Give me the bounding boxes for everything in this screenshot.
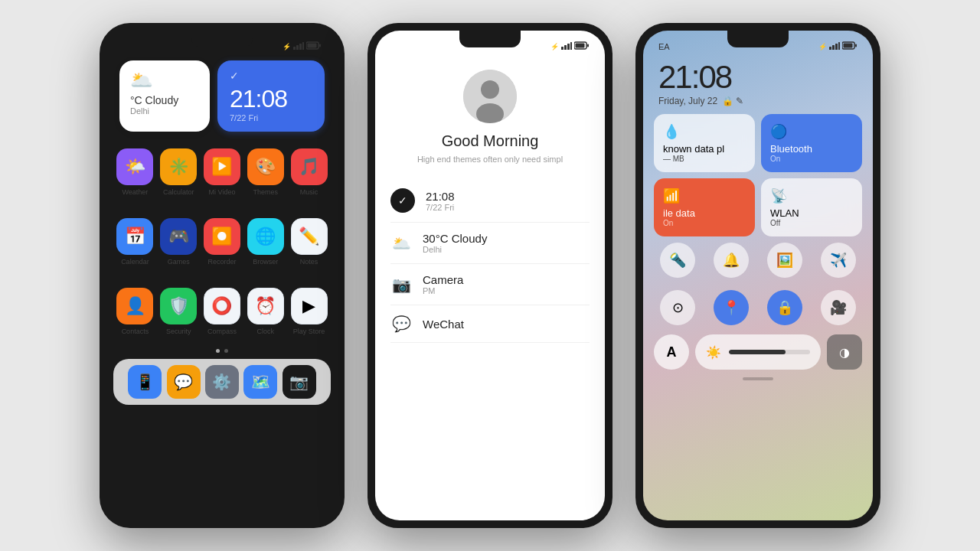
status-icons: ⚡ bbox=[283, 41, 322, 51]
app-browser-icon: 🌐 bbox=[247, 218, 284, 255]
cc-btn-lock[interactable]: 🔒 bbox=[767, 290, 802, 325]
app-compass[interactable]: ⭕ Compass bbox=[202, 283, 243, 341]
app-clock-icon: ⏰ bbox=[247, 288, 284, 324]
app-notes-label: Notes bbox=[300, 258, 318, 266]
svg-rect-23 bbox=[855, 44, 857, 47]
cc-tile-wlan[interactable]: 📡 WLAN Off bbox=[761, 178, 862, 236]
gm-item-clock[interactable]: ✓ 21:08 7/22 Fri bbox=[390, 179, 590, 223]
svg-rect-7 bbox=[561, 47, 564, 50]
app-playstore-label: Play Store bbox=[293, 328, 325, 336]
signal-icon-2 bbox=[561, 42, 572, 51]
gm-item-weather-info: 30°C Cloudy Delhi bbox=[423, 232, 590, 254]
cc-bluetooth-sub: On bbox=[770, 155, 853, 163]
dock: 📱 💬 ⚙️ 🗺️ 📷 bbox=[113, 359, 331, 405]
app-browser[interactable]: 🌐 Browser bbox=[245, 214, 286, 271]
cc-bluetooth-icon: 🔵 bbox=[770, 123, 853, 140]
app-clock[interactable]: ⏰ Clock bbox=[245, 283, 286, 341]
app-browser-label: Browser bbox=[253, 258, 278, 266]
app-compass-icon: ⭕ bbox=[204, 288, 240, 324]
app-recorder[interactable]: ⏺️ Recorder bbox=[202, 214, 243, 271]
dock-settings[interactable]: ⚙️ bbox=[205, 365, 239, 399]
clock-widget-time: 21:08 bbox=[230, 85, 287, 113]
gm-item-weather[interactable]: 🌥️ 30°C Cloudy Delhi bbox=[390, 223, 590, 264]
dot-1 bbox=[216, 349, 220, 353]
app-calculator[interactable]: ✳️ Calculator bbox=[158, 144, 199, 201]
svg-rect-6 bbox=[319, 44, 321, 47]
app-playstore[interactable]: ▶ Play Store bbox=[289, 283, 329, 341]
clock-widget[interactable]: ✓ 21:08 7/22 Fri bbox=[217, 60, 325, 132]
home-indicator bbox=[743, 377, 773, 380]
app-security[interactable]: 🛡️ Security bbox=[158, 283, 199, 341]
dock-chat[interactable]: 💬 bbox=[167, 365, 201, 399]
cc-data-icon: 💧 bbox=[663, 123, 746, 140]
svg-rect-8 bbox=[564, 45, 567, 50]
cc-btn-location[interactable]: 📍 bbox=[714, 290, 749, 325]
gm-item-clock-info: 21:08 7/22 Fri bbox=[426, 190, 590, 212]
weather-widget[interactable]: 🌥️ °C Cloudy Delhi bbox=[119, 60, 210, 132]
gm-item-wechat[interactable]: 💬 WeChat bbox=[390, 305, 590, 343]
app-grid-row1: 🌤️ Weather ✳️ Calculator ▶️ Mi Video 🎨 T… bbox=[107, 138, 337, 207]
phone-1-notch bbox=[191, 31, 253, 47]
gm-camera-title: Camera bbox=[423, 273, 590, 286]
cc-brightness-bar bbox=[729, 350, 810, 354]
page-dots bbox=[107, 346, 337, 356]
cc-btn-flashlight[interactable]: 🔦 bbox=[660, 243, 695, 278]
cc-mobile-icon: 📶 bbox=[663, 187, 746, 204]
dock-camera[interactable]: 📷 bbox=[283, 365, 316, 399]
cc-indicator bbox=[643, 373, 873, 385]
app-grid-row2: 📅 Calendar 🎮 Games ⏺️ Recorder 🌐 Browser… bbox=[107, 207, 337, 277]
app-games-label: Games bbox=[168, 258, 190, 266]
gm-camera-icon: 📷 bbox=[390, 276, 412, 294]
app-notes[interactable]: ✏️ Notes bbox=[289, 214, 329, 271]
gm-weather-icon: 🌥️ bbox=[390, 234, 412, 253]
cc-tile-bluetooth[interactable]: 🔵 Bluetooth On bbox=[761, 114, 862, 172]
app-weather-icon: 🌤️ bbox=[116, 148, 153, 185]
bluetooth-icon-3: ⚡ bbox=[818, 43, 827, 51]
cc-btn-video[interactable]: 🎥 bbox=[821, 290, 856, 325]
svg-rect-22 bbox=[844, 44, 853, 48]
app-calculator-icon: ✳️ bbox=[160, 148, 197, 185]
cc-grid: 💧 known data pl — MB 🔵 Bluetooth On 📶 il… bbox=[643, 114, 873, 236]
cc-wlan-title: WLAN bbox=[770, 207, 853, 219]
gm-item-camera[interactable]: 📷 Camera PM bbox=[390, 264, 590, 305]
svg-rect-5 bbox=[308, 44, 317, 48]
clock-widget-date: 7/22 Fri bbox=[230, 113, 258, 122]
app-calendar-label: Calendar bbox=[121, 258, 149, 266]
signal-icon bbox=[293, 42, 304, 51]
app-calendar[interactable]: 📅 Calendar bbox=[115, 214, 155, 271]
cc-auto-btn[interactable]: A bbox=[654, 334, 689, 370]
phone-3-notch bbox=[727, 31, 789, 47]
cc-tile-mobiledata[interactable]: 📶 ile data On bbox=[654, 178, 755, 236]
app-mi-video[interactable]: ▶️ Mi Video bbox=[202, 144, 243, 201]
cc-big-time: 21:08 bbox=[658, 59, 858, 96]
cc-date-icons: 🔒 ✎ bbox=[722, 96, 743, 106]
app-contacts[interactable]: 👤 Contacts bbox=[115, 283, 155, 341]
cc-brightness-control[interactable]: ☀️ bbox=[695, 334, 821, 370]
app-music[interactable]: 🎵 Music bbox=[289, 144, 329, 201]
phone-2-notch bbox=[459, 31, 521, 47]
cc-btn-eye[interactable]: ⊙ bbox=[660, 290, 695, 325]
battery-icon-2 bbox=[574, 41, 590, 51]
status-icons-3: ⚡ bbox=[818, 41, 858, 51]
cc-btn-gallery[interactable]: 🖼️ bbox=[767, 243, 802, 278]
bluetooth-icon: ⚡ bbox=[283, 43, 291, 51]
app-calculator-label: Calculator bbox=[163, 188, 194, 197]
gm-item-wechat-info: WeChat bbox=[423, 318, 590, 331]
app-themes[interactable]: 🎨 Themes bbox=[245, 144, 286, 201]
cc-btn-airplane[interactable]: ✈️ bbox=[821, 243, 856, 278]
app-mivideo-label: Mi Video bbox=[209, 188, 236, 197]
clock-check-icon: ✓ bbox=[230, 70, 239, 82]
dock-screen[interactable]: 📱 bbox=[128, 365, 162, 399]
cc-tile-data[interactable]: 💧 known data pl — MB bbox=[654, 114, 755, 172]
cc-btn-bell[interactable]: 🔔 bbox=[714, 243, 749, 278]
cc-dark-btn[interactable]: ◑ bbox=[827, 334, 862, 370]
gm-subtitle: High end themes often only need simpl bbox=[394, 155, 586, 164]
app-games[interactable]: 🎮 Games bbox=[158, 214, 199, 271]
app-themes-icon: 🎨 bbox=[247, 148, 284, 185]
dock-maps[interactable]: 🗺️ bbox=[243, 365, 277, 399]
app-grid-row3: 👤 Contacts 🛡️ Security ⭕ Compass ⏰ Clock… bbox=[107, 277, 337, 347]
gm-wechat-icon: 💬 bbox=[390, 315, 412, 333]
signal-icon-3 bbox=[829, 42, 840, 51]
app-weather[interactable]: 🌤️ Weather bbox=[115, 144, 155, 201]
phone-2-screen: ⚡ bbox=[375, 31, 605, 520]
